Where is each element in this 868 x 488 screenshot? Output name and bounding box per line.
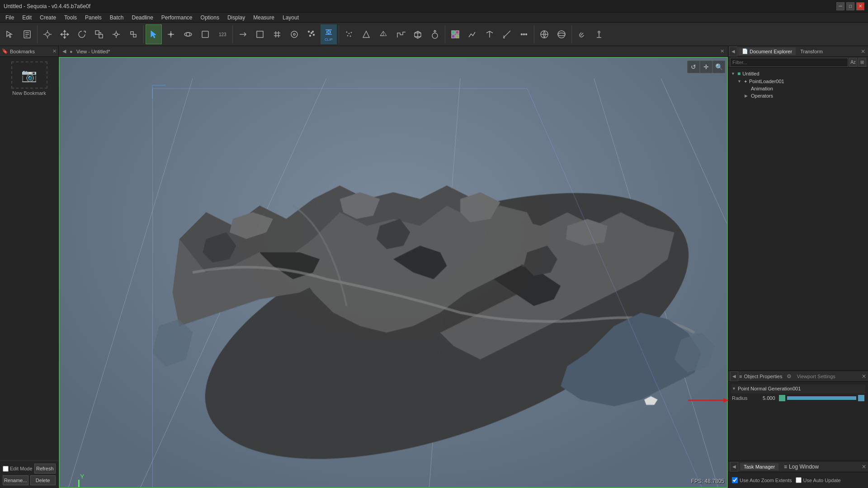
move-tool-button[interactable] — [57, 24, 73, 44]
rename-button[interactable]: Rename... — [3, 475, 28, 485]
menu-panels[interactable]: Panels — [81, 14, 105, 22]
scale-tool-button[interactable] — [91, 24, 107, 44]
tree-item-untitled[interactable]: ▼ ■ Untitled — [730, 70, 866, 78]
menu-file[interactable]: File — [2, 14, 18, 22]
menu-display[interactable]: Display — [224, 14, 249, 22]
viewport-expand-left[interactable]: ◀ — [62, 48, 66, 54]
edit-mode-label[interactable]: Edit Mode — [3, 466, 33, 472]
menu-tools[interactable]: Tools — [61, 14, 80, 22]
close-button[interactable]: ✕ — [856, 2, 864, 10]
compare-tool-button[interactable] — [481, 24, 498, 44]
link-tool-button[interactable] — [574, 24, 590, 44]
object-properties-tab[interactable]: ≡ Object Properties — [739, 374, 782, 379]
clip-tool-button[interactable]: CLIP — [321, 24, 337, 44]
menu-options[interactable]: Options — [197, 14, 223, 22]
panel-expand-left[interactable]: ◀ — [729, 47, 737, 56]
task-manager-tab[interactable]: Task Manager — [740, 463, 778, 470]
doc-explorer-tab-label: Document Explorer — [750, 49, 792, 54]
svg-point-35 — [432, 33, 438, 38]
multiselect-tool-button[interactable] — [125, 24, 142, 44]
orbit-tool-button[interactable] — [180, 24, 196, 44]
menu-edit[interactable]: Edit — [19, 14, 35, 22]
viewport-close-button[interactable]: ✕ — [720, 48, 724, 54]
analyze-tool-button[interactable] — [464, 24, 481, 44]
document-tree: ▼ ■ Untitled ▼ ✦ PointLoader001 Animatio… — [728, 68, 868, 371]
number-tool-button[interactable]: 123 — [214, 24, 231, 44]
maximize-button[interactable]: □ — [846, 2, 854, 10]
bookmarks-tab[interactable]: 🔖 Bookmarks ✕ — [0, 46, 58, 57]
more-tool-button[interactable] — [516, 24, 532, 44]
menu-deadline[interactable]: Deadline — [128, 14, 156, 22]
auto-zoom-checkbox[interactable] — [732, 477, 738, 483]
select-tool-button[interactable] — [2, 24, 18, 44]
left-panel: 🔖 Bookmarks ✕ 📷 New Bookmark Edit Mode R… — [0, 46, 59, 488]
object-properties-close-button[interactable]: ✕ — [862, 373, 866, 380]
menu-layout[interactable]: Layout — [279, 14, 302, 22]
props-expand-button[interactable]: ◀ — [730, 371, 738, 381]
frame-tool-button[interactable] — [197, 24, 213, 44]
svg-point-51 — [598, 31, 600, 33]
rotate-tool-button[interactable] — [74, 24, 90, 44]
auto-zoom-label[interactable]: Use Auto Zoom Extents — [732, 477, 792, 483]
lod-tool-button[interactable] — [392, 24, 409, 44]
menu-measure[interactable]: Measure — [250, 14, 278, 22]
log-window-tab[interactable]: ≡ Log Window — [784, 464, 819, 470]
pivot-tool-button[interactable] — [108, 24, 124, 44]
anchor-tool-button[interactable] — [591, 24, 607, 44]
right-panel-close-button[interactable]: ✕ — [861, 48, 865, 55]
pointer-tool-button[interactable] — [146, 24, 162, 44]
scatter-tool-button[interactable] — [303, 24, 320, 44]
voxel-tool-button[interactable] — [410, 24, 426, 44]
box-tool-button[interactable] — [252, 24, 268, 44]
new-bookmark-label: New Bookmark — [12, 90, 46, 96]
auto-update-checkbox[interactable] — [796, 477, 802, 483]
menu-create[interactable]: Create — [36, 14, 60, 22]
viewport-pan-button[interactable]: ✛ — [700, 61, 712, 73]
task-manager-expand-button[interactable]: ◀ — [730, 462, 738, 472]
normal-tool-button[interactable] — [427, 24, 443, 44]
sphere-tool-button[interactable] — [553, 24, 570, 44]
filter-input[interactable] — [730, 58, 848, 67]
doc-explorer-tab[interactable]: 📄 Document Explorer — [738, 47, 796, 55]
bookmarks-tab-close-button[interactable]: ✕ — [52, 48, 57, 54]
edit-mode-checkbox[interactable] — [3, 466, 9, 472]
task-manager-panel: ◀ Task Manager ≡ Log Window ✕ Use Auto Z… — [728, 461, 868, 488]
bookmark-tool-button[interactable] — [19, 24, 35, 44]
minimize-button[interactable]: ─ — [836, 2, 844, 10]
menu-performance[interactable]: Performance — [158, 14, 196, 22]
radius-slider-container[interactable] — [779, 395, 864, 401]
points-tool-button[interactable] — [341, 24, 357, 44]
triangle-tool-button[interactable] — [358, 24, 374, 44]
filter-az-button[interactable]: Az — [849, 58, 857, 67]
globe-tool-button[interactable] — [536, 24, 552, 44]
viewport-refresh-button[interactable]: ↺ — [687, 61, 700, 73]
mesh-tool-button[interactable] — [375, 24, 392, 44]
tree-item-animation[interactable]: Animation — [730, 85, 866, 92]
circle-tool-button[interactable] — [286, 24, 302, 44]
props-settings-button[interactable]: ⚙ — [785, 372, 793, 381]
measure-tool-button[interactable] — [499, 24, 515, 44]
transform-tab[interactable]: Transform — [797, 48, 826, 55]
point-normal-section-header[interactable]: ▼ Point Normal Generation001 — [731, 385, 865, 393]
viewport-settings-tab[interactable]: Viewport Settings — [794, 374, 838, 379]
pan-tool-button[interactable] — [163, 24, 179, 44]
filter-expand-button[interactable]: ⊞ — [858, 58, 866, 67]
tree-item-operators[interactable]: ▶ Operators — [730, 92, 866, 99]
classify-tool-button[interactable] — [447, 24, 463, 44]
arrow-tool-button[interactable] — [235, 24, 251, 44]
task-manager-close-button[interactable]: ✕ — [862, 464, 866, 470]
viewport-zoom-button[interactable]: 🔍 — [712, 61, 725, 73]
color-swatch-green — [779, 395, 785, 401]
object-properties-header: ◀ ≡ Object Properties ⚙ Viewport Setting… — [728, 371, 868, 382]
object-properties-panel: ◀ ≡ Object Properties ⚙ Viewport Setting… — [728, 371, 868, 461]
viewport-area[interactable]: X Y Z ↺ ✛ 🔍 FPS: 48.7805 — [59, 57, 728, 488]
refresh-button[interactable]: Refresh — [34, 464, 56, 474]
svg-rect-36 — [452, 31, 455, 34]
radius-slider[interactable] — [787, 396, 856, 400]
grid-tool-button[interactable] — [269, 24, 285, 44]
tree-item-pointloader[interactable]: ▼ ✦ PointLoader001 — [730, 78, 866, 85]
auto-update-label[interactable]: Use Auto Update — [796, 477, 841, 483]
transform-tool-button[interactable] — [39, 24, 56, 44]
delete-button[interactable]: Delete — [30, 475, 56, 485]
menu-batch[interactable]: Batch — [106, 14, 127, 22]
